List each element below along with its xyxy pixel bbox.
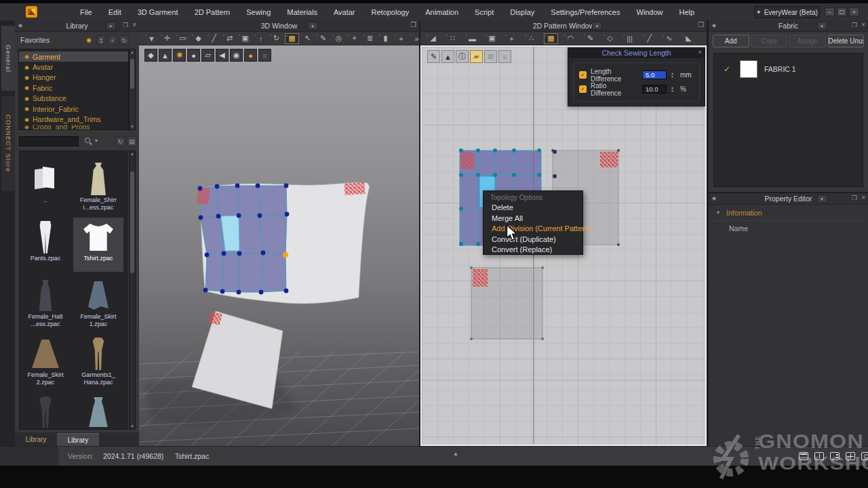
menu-item[interactable]: Settings/Preferences bbox=[542, 8, 628, 16]
checkbox-checked-icon[interactable]: ✓ bbox=[579, 85, 587, 93]
minimize-button[interactable]: – bbox=[825, 7, 835, 16]
layer-tool-icon[interactable]: ≣ bbox=[363, 33, 377, 44]
menu-item[interactable]: Materials bbox=[279, 8, 326, 16]
information-section[interactable]: ▾ Information bbox=[709, 208, 868, 219]
everywear-button[interactable]: ✦ EveryWear (Beta) bbox=[754, 6, 820, 18]
search-icon[interactable] bbox=[85, 138, 90, 143]
add-favorite-icon[interactable]: + bbox=[108, 35, 117, 45]
favorites-item[interactable]: ◉ Crops_and_Props bbox=[19, 125, 128, 129]
panel-float-icon[interactable]: ❐ bbox=[698, 21, 704, 28]
fabric-list-item[interactable]: ✓ FABRIC 1 bbox=[714, 54, 863, 85]
library-tab[interactable]: Library bbox=[57, 433, 99, 446]
poly-pattern-icon[interactable]: ▣ bbox=[485, 33, 499, 44]
edit-points-icon[interactable]: ∷ bbox=[446, 33, 460, 44]
show-plane-icon[interactable]: ▱ bbox=[201, 49, 214, 62]
favorites-item[interactable]: ◉ Garment bbox=[19, 52, 128, 62]
panel-float-icon[interactable]: ❐ bbox=[852, 22, 857, 28]
context-menu-item[interactable]: Delete bbox=[484, 203, 583, 214]
menu-item[interactable]: Script bbox=[467, 8, 502, 16]
scroll-up-icon[interactable]: ▲ bbox=[130, 50, 135, 54]
menu-item[interactable]: Retopology bbox=[363, 8, 418, 16]
edit-texture-icon[interactable]: ✎ bbox=[427, 50, 440, 63]
scroll-down-icon[interactable]: ▼ bbox=[130, 125, 135, 129]
spinner-arrows-icon[interactable]: ▲▼ bbox=[671, 72, 676, 78]
retopology-grid-icon[interactable]: ▦ bbox=[285, 33, 299, 44]
library-item[interactable]: Female_Skirt 2.zpac bbox=[20, 334, 71, 388]
library-item[interactable]: .. bbox=[20, 159, 71, 214]
layout-float-icon[interactable] bbox=[861, 452, 868, 460]
favorites-item[interactable]: ◉ Hardware_and_Trims bbox=[19, 114, 128, 124]
close-icon[interactable]: × bbox=[698, 49, 702, 56]
context-menu-item[interactable]: Convert (Replace) bbox=[484, 245, 583, 256]
simulation-gears-icon[interactable]: ✱ bbox=[173, 49, 186, 62]
show-pattern-icon[interactable]: ▲ bbox=[159, 49, 172, 62]
fabric-action-button[interactable]: Delete Unused bbox=[828, 35, 865, 47]
add-point-icon[interactable]: + bbox=[394, 33, 408, 44]
library-item[interactable]: Tshirt.zpac bbox=[73, 218, 123, 272]
panel-dropdown-icon[interactable]: ▾ bbox=[592, 22, 602, 30]
panel-dropdown-icon[interactable]: ▾ bbox=[817, 195, 827, 203]
value-input[interactable]: 5.0 bbox=[642, 70, 667, 79]
library-scrollbar[interactable]: ▲ ▼ bbox=[129, 150, 136, 430]
scrollbar-thumb[interactable] bbox=[130, 59, 134, 89]
menu-item[interactable]: Help bbox=[671, 8, 703, 16]
app-logo-icon[interactable] bbox=[26, 6, 37, 18]
scroll-up-icon[interactable]: ▲ bbox=[130, 152, 135, 156]
simulate-icon[interactable]: ● bbox=[244, 49, 257, 62]
refresh-favorites-icon[interactable]: ↻ bbox=[119, 35, 129, 45]
panel-close-icon[interactable]: × bbox=[132, 21, 136, 28]
favorites-item[interactable]: ◉ Interior_Fabric bbox=[19, 104, 128, 114]
menu-item[interactable]: Animation bbox=[417, 8, 467, 16]
pattern-info-icon[interactable]: ⓘ bbox=[456, 50, 469, 63]
panel-close-icon[interactable]: × bbox=[861, 21, 865, 28]
pen-3d-icon[interactable]: ╱ bbox=[207, 33, 221, 44]
library-item[interactable]: Female_Skirt 1.zpac bbox=[73, 276, 123, 330]
panel-dropdown-icon[interactable]: ▾ bbox=[817, 22, 827, 30]
library-item[interactable]: Female_Halt ...ess.zpac bbox=[20, 276, 71, 330]
panel-float-icon[interactable]: ❐ bbox=[410, 21, 416, 28]
list-view-icon[interactable]: ▤ bbox=[127, 136, 137, 146]
scrollbar-thumb[interactable] bbox=[130, 171, 134, 273]
retopology-grid-2d-icon[interactable]: ▦ bbox=[544, 33, 558, 44]
context-menu-item[interactable]: Convert (Duplicate) bbox=[484, 235, 583, 245]
library-item[interactable]: Garments2 bbox=[20, 392, 71, 430]
tab-general[interactable]: General bbox=[1, 26, 15, 91]
panel-dropdown-icon[interactable]: ▾ bbox=[106, 22, 116, 30]
menu-item[interactable]: Window bbox=[628, 8, 671, 16]
favorites-filter-icon[interactable]: ◉ bbox=[84, 35, 94, 45]
show-garment-2d-icon[interactable]: ▲ bbox=[441, 50, 454, 63]
panel-close-icon[interactable]: × bbox=[861, 194, 865, 201]
scroll-down-icon[interactable]: ▼ bbox=[130, 424, 135, 428]
panel-tool-icon[interactable]: ▮ bbox=[378, 33, 393, 44]
context-menu-item[interactable]: Add Division (Current Pattern) bbox=[484, 224, 583, 235]
layout-split-icon[interactable] bbox=[814, 452, 824, 460]
rect-pattern-icon[interactable]: ▬ bbox=[465, 33, 479, 44]
pleats-tool-icon[interactable]: ||| bbox=[623, 33, 637, 44]
show-bust-icon[interactable]: ◉ bbox=[230, 49, 243, 62]
fabric-swatch[interactable] bbox=[740, 60, 757, 78]
sewing-edit-icon[interactable]: ✎ bbox=[316, 33, 330, 44]
transform-pattern-icon[interactable]: ◢ bbox=[426, 33, 440, 44]
library-tab[interactable]: Library bbox=[15, 433, 57, 446]
curve-tool-icon[interactable]: ◠ bbox=[564, 33, 578, 44]
fabric-action-button[interactable]: Add bbox=[713, 35, 749, 47]
favorites-item[interactable]: ◉ Substance bbox=[19, 94, 128, 104]
library-item[interactable]: Garments1_ Hana.zpac bbox=[73, 334, 123, 388]
2d-viewport[interactable]: ✎▲ⓘ▰⊠≡ bbox=[420, 45, 707, 446]
expand-panel-icon[interactable]: ▲ bbox=[453, 451, 458, 457]
show-garment-icon[interactable]: ◆ bbox=[144, 49, 157, 62]
garment-select-icon[interactable]: ◆ bbox=[191, 33, 205, 44]
search-input[interactable] bbox=[19, 136, 79, 146]
lock-pattern-icon[interactable]: ⊠ bbox=[484, 50, 497, 63]
library-item[interactable]: Garments3 bbox=[73, 392, 123, 430]
layout-quad-icon[interactable] bbox=[846, 452, 855, 460]
garment-pattern-3d[interactable] bbox=[197, 182, 370, 304]
upload-icon[interactable]: ↥ bbox=[96, 35, 106, 45]
free-sewing-icon[interactable]: ◇ bbox=[603, 33, 617, 44]
panel-float-icon[interactable]: ❐ bbox=[123, 22, 128, 28]
avatar-raise-icon[interactable]: ↑ bbox=[254, 33, 268, 44]
checkbox-checked-icon[interactable]: ✓ bbox=[579, 71, 587, 79]
symmetry-tool-icon[interactable]: ⇄ bbox=[222, 33, 237, 44]
3d-viewport[interactable]: ◆▲✱●▱◀◉●≡ bbox=[139, 45, 419, 446]
menu-item[interactable]: File bbox=[72, 8, 100, 16]
